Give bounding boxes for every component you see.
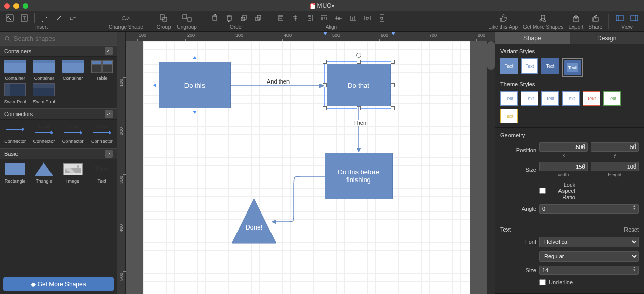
canvas[interactable]: 100 200 300 400 500 600 700 800 100 200 … <box>117 32 495 294</box>
resize-handle-sw[interactable] <box>323 106 327 110</box>
insert-text-icon[interactable] <box>20 13 29 23</box>
text-shape[interactable]: TextText <box>88 161 116 184</box>
connector-shape[interactable]: LabelConnector <box>88 122 116 144</box>
variant-style-1[interactable]: Text <box>500 58 518 74</box>
insert-pen-icon[interactable] <box>54 13 63 23</box>
resize-handle-nw[interactable] <box>323 60 327 64</box>
swimpool-shape[interactable]: Swim Pool <box>30 82 58 104</box>
connector-shape[interactable]: LabelConnector <box>30 122 58 144</box>
resize-handle-e[interactable] <box>391 83 395 87</box>
table-shape[interactable]: Table <box>88 59 116 81</box>
variant-style-4-selected[interactable]: Text <box>562 58 583 77</box>
size-w-input[interactable] <box>539 162 588 171</box>
like-icon[interactable] <box>499 13 508 23</box>
swimpool-shape[interactable]: Swim Pool <box>1 82 29 104</box>
theme-style[interactable]: Text <box>541 91 559 106</box>
get-more-shapes-button[interactable]: ◆ Get More Shapes <box>3 277 114 291</box>
collapse-basic-icon[interactable] <box>105 150 113 158</box>
align-top-icon[interactable] <box>319 13 329 23</box>
rectangle-shape[interactable]: Rectangle <box>1 161 29 184</box>
reset-text-button[interactable]: Reset <box>624 226 639 233</box>
get-more-icon[interactable] <box>538 13 548 23</box>
variant-style-3[interactable]: Text <box>541 58 559 74</box>
align-right-icon[interactable] <box>305 13 314 23</box>
collapse-connectors-icon[interactable] <box>105 110 113 118</box>
position-x-input[interactable] <box>539 142 588 152</box>
ungroup-icon[interactable] <box>182 13 192 23</box>
triangle-shape[interactable]: Triangle <box>30 161 58 184</box>
lock-aspect-label[interactable]: Lock Aspect Ratio <box>539 182 575 200</box>
image-shape[interactable]: Image <box>59 161 87 184</box>
collapse-containers-icon[interactable] <box>105 47 113 55</box>
insert-line-icon[interactable] <box>69 13 78 23</box>
resize-handle-se[interactable] <box>391 106 395 110</box>
connector-shape[interactable]: Connector <box>1 122 29 144</box>
page[interactable]: Do this Do that Do <box>143 41 470 294</box>
step-down[interactable]: ▼ <box>633 165 638 168</box>
scrollbar-thumb[interactable] <box>487 41 495 70</box>
group-icon[interactable] <box>159 13 168 23</box>
arrow-then[interactable] <box>355 106 362 155</box>
arrow-curve[interactable] <box>268 175 327 225</box>
underline-checkbox[interactable] <box>539 279 546 285</box>
theme-style[interactable]: Text <box>521 91 538 106</box>
arrow-label-then[interactable]: Then <box>352 120 367 126</box>
connect-handle-bottom[interactable] <box>193 111 197 114</box>
send-backward-icon[interactable] <box>253 13 263 23</box>
align-center-h-icon[interactable] <box>291 13 300 23</box>
share-icon[interactable] <box>591 13 600 23</box>
send-back-icon[interactable] <box>225 13 234 23</box>
align-left-icon[interactable] <box>276 13 285 23</box>
container-shape[interactable]: Container <box>1 59 29 81</box>
theme-style[interactable]: Text <box>562 91 580 106</box>
align-center-v-icon[interactable] <box>334 13 343 23</box>
step-down[interactable]: ▼ <box>632 269 637 272</box>
rotate-handle[interactable] <box>356 53 361 58</box>
connect-handle-left[interactable] <box>153 83 156 87</box>
theme-style[interactable]: Text <box>500 91 518 106</box>
section-containers[interactable]: Containers <box>0 45 117 57</box>
weight-select[interactable]: Regular <box>539 251 639 262</box>
connect-handle-top[interactable] <box>193 56 197 59</box>
lock-aspect-checkbox[interactable] <box>539 188 546 194</box>
view-panels-icon[interactable] <box>615 13 624 23</box>
fontsize-input[interactable] <box>539 266 639 275</box>
theme-style[interactable]: Text <box>500 109 518 123</box>
distribute-v-icon[interactable] <box>377 13 386 23</box>
connector-shape[interactable]: LabelConnector <box>59 122 87 144</box>
font-select[interactable]: Helvetica <box>539 237 639 247</box>
align-bottom-icon[interactable] <box>348 13 358 23</box>
node-before-finish[interactable]: Do this before finishing <box>325 153 393 199</box>
close-window-button[interactable] <box>4 3 10 9</box>
node-do-this[interactable]: Do this <box>159 62 231 108</box>
container-shape[interactable]: Container <box>30 59 58 81</box>
node-do-that[interactable]: Do that <box>327 64 391 106</box>
search-shapes[interactable] <box>0 32 117 45</box>
distribute-h-icon[interactable] <box>363 13 372 23</box>
tab-design[interactable]: Design <box>570 32 645 44</box>
section-connectors[interactable]: Connectors <box>0 108 117 120</box>
minimize-window-button[interactable] <box>13 3 19 9</box>
underline-label[interactable]: Underline <box>539 279 575 285</box>
position-y-input[interactable] <box>591 142 639 152</box>
step-down[interactable]: ▼ <box>632 207 637 210</box>
insert-pencil-icon[interactable] <box>40 13 49 23</box>
bring-forward-icon[interactable] <box>239 13 248 23</box>
container-shape[interactable]: Container <box>59 59 87 81</box>
resize-handle-n[interactable] <box>357 60 361 64</box>
size-h-input[interactable] <box>591 162 639 171</box>
tab-shape[interactable]: Shape <box>495 32 570 44</box>
step-down[interactable]: ▼ <box>582 165 587 168</box>
export-icon[interactable] <box>571 13 581 23</box>
step-down[interactable]: ▼ <box>633 145 638 149</box>
change-shape-icon[interactable] <box>121 13 130 23</box>
theme-style[interactable]: Text <box>603 91 621 106</box>
step-down[interactable]: ▼ <box>582 145 587 149</box>
insert-image-icon[interactable] <box>5 13 14 23</box>
variant-style-2[interactable]: Text <box>521 58 538 74</box>
bring-front-icon[interactable] <box>210 13 219 23</box>
angle-input[interactable] <box>539 204 639 214</box>
zoom-window-button[interactable] <box>23 3 28 9</box>
view-inspector-icon[interactable] <box>630 13 639 23</box>
section-basic[interactable]: Basic <box>0 148 117 159</box>
